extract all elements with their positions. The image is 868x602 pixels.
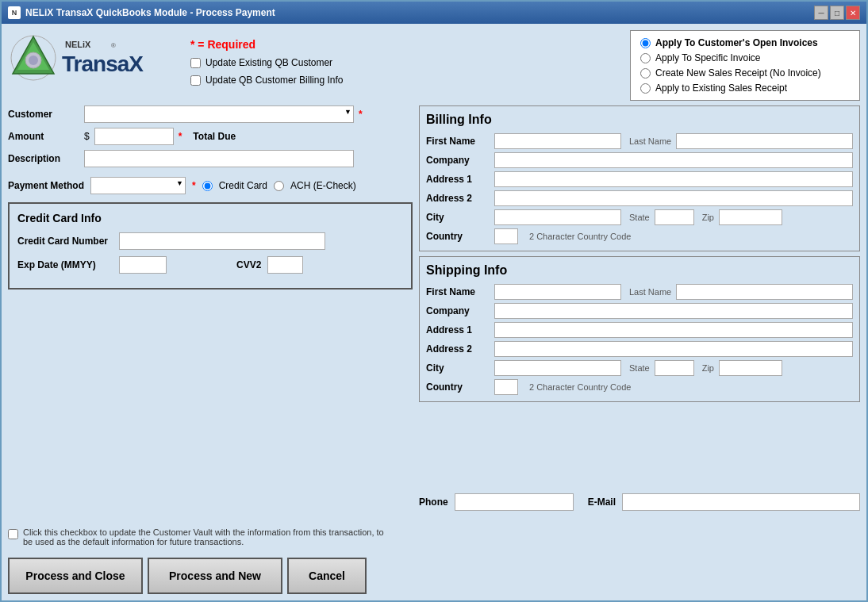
phone-input[interactable] bbox=[455, 493, 574, 511]
left-spacer bbox=[8, 294, 413, 523]
update-existing-customer-row: Update Existing QB Customer bbox=[190, 57, 332, 68]
billing-firstname-input[interactable] bbox=[494, 133, 621, 149]
billing-country-hint: 2 Character Country Code bbox=[529, 232, 631, 241]
shipping-state-input[interactable] bbox=[655, 360, 694, 376]
shipping-lastname-label: Last Name bbox=[629, 287, 671, 297]
vault-update-checkbox[interactable] bbox=[8, 529, 18, 539]
cc-number-label: Credit Card Number bbox=[17, 236, 113, 247]
radio-open-invoices[interactable] bbox=[640, 38, 651, 48]
middle-area: * = Required Update Existing QB Customer… bbox=[190, 30, 622, 86]
process-new-button[interactable]: Process and New bbox=[148, 558, 282, 594]
amount-row: Amount $ * Total Due bbox=[8, 128, 413, 145]
required-label: * = Required bbox=[190, 38, 255, 51]
billing-country-input[interactable] bbox=[494, 228, 518, 244]
shipping-address2-input[interactable] bbox=[494, 341, 853, 357]
billing-address2-row: Address 2 bbox=[426, 190, 853, 206]
billing-company-label: Company bbox=[426, 155, 490, 166]
billing-country-row: Country 2 Character Country Code bbox=[426, 228, 853, 244]
shipping-address2-row: Address 2 bbox=[426, 341, 853, 357]
maximize-button[interactable]: □ bbox=[830, 6, 844, 20]
shipping-company-row: Company bbox=[426, 303, 853, 319]
cc-number-input[interactable] bbox=[119, 232, 325, 250]
payment-method-select[interactable] bbox=[90, 177, 186, 194]
radio-open-invoices-row: Apply To Customer's Open Invoices bbox=[640, 37, 850, 48]
cc-exp-label: Exp Date (MMYY) bbox=[17, 259, 113, 270]
radio-open-invoices-label: Apply To Customer's Open Invoices bbox=[655, 37, 818, 48]
amount-input[interactable] bbox=[94, 128, 174, 145]
customer-label: Customer bbox=[8, 109, 79, 120]
billing-state-input[interactable] bbox=[655, 209, 694, 225]
payment-method-row: Payment Method * Credit Card ACH (E-Chec… bbox=[8, 177, 413, 194]
ach-radio[interactable] bbox=[274, 181, 284, 191]
amount-label: Amount bbox=[8, 131, 79, 142]
billing-lastname-input[interactable] bbox=[676, 133, 853, 149]
vault-update-label: Click this checkbox to update the Custom… bbox=[23, 527, 389, 546]
svg-point-4 bbox=[29, 56, 38, 65]
update-billing-info-row: Update QB Customer Billing Info bbox=[190, 75, 343, 86]
radio-existing-sales-receipt[interactable] bbox=[640, 83, 651, 94]
cc-exp-input[interactable] bbox=[119, 256, 167, 274]
billing-zip-input[interactable] bbox=[719, 209, 782, 225]
customer-select[interactable] bbox=[84, 105, 354, 123]
email-label: E-Mail bbox=[588, 497, 616, 508]
main-window: N NELiX TransaX QuickBooks Module - Proc… bbox=[0, 0, 868, 602]
title-controls: ─ □ ✕ bbox=[814, 6, 860, 20]
shipping-address1-input[interactable] bbox=[494, 322, 853, 338]
billing-section: Billing Info First Name Last Name Compan… bbox=[419, 105, 860, 251]
radio-specific-invoice[interactable] bbox=[640, 53, 651, 63]
close-button[interactable]: ✕ bbox=[846, 6, 860, 20]
billing-city-row: City State Zip bbox=[426, 209, 853, 225]
shipping-address1-label: Address 1 bbox=[426, 324, 490, 336]
shipping-company-input[interactable] bbox=[494, 303, 853, 319]
shipping-country-row: Country 2 Character Country Code bbox=[426, 379, 853, 395]
customer-row: Customer * bbox=[8, 105, 413, 123]
phone-label: Phone bbox=[419, 497, 448, 508]
process-close-button[interactable]: Process and Close bbox=[8, 558, 143, 594]
shipping-title: Shipping Info bbox=[426, 263, 853, 278]
minimize-button[interactable]: ─ bbox=[814, 6, 828, 20]
shipping-country-label: Country bbox=[426, 382, 490, 393]
shipping-country-input[interactable] bbox=[494, 379, 518, 395]
billing-city-input[interactable] bbox=[494, 209, 621, 225]
svg-text:TransaX: TransaX bbox=[62, 52, 144, 76]
shipping-zip-label: Zip bbox=[702, 363, 714, 373]
billing-address2-input[interactable] bbox=[494, 190, 853, 206]
billing-lastname-label: Last Name bbox=[629, 136, 671, 146]
billing-title: Billing Info bbox=[426, 113, 853, 127]
email-input[interactable] bbox=[622, 493, 860, 511]
billing-address1-input[interactable] bbox=[494, 171, 853, 187]
right-panel: Billing Info First Name Last Name Compan… bbox=[419, 105, 860, 594]
radio-new-sales-receipt[interactable] bbox=[640, 68, 651, 79]
shipping-firstname-label: First Name bbox=[426, 286, 490, 297]
action-buttons: Process and Close Process and New Cancel bbox=[8, 558, 413, 594]
update-billing-info-checkbox[interactable] bbox=[190, 75, 201, 86]
credit-card-title: Credit Card Info bbox=[17, 212, 403, 224]
credit-card-radio[interactable] bbox=[202, 181, 213, 191]
radio-new-sales-receipt-label: Create New Sales Receipt (No Invoice) bbox=[655, 67, 821, 79]
main-form-area: Customer * Amount $ * Total Due Descri bbox=[8, 105, 860, 594]
description-input[interactable] bbox=[84, 150, 354, 167]
shipping-state-label: State bbox=[629, 363, 650, 373]
cvv2-input[interactable] bbox=[267, 256, 303, 274]
svg-text:®: ® bbox=[111, 42, 116, 49]
title-bar-left: N NELiX TransaX QuickBooks Module - Proc… bbox=[8, 6, 275, 19]
shipping-lastname-input[interactable] bbox=[676, 284, 853, 300]
shipping-firstname-input[interactable] bbox=[494, 284, 621, 300]
amount-prefix: $ bbox=[84, 131, 90, 142]
shipping-zip-input[interactable] bbox=[719, 360, 782, 376]
update-existing-customer-checkbox[interactable] bbox=[190, 58, 201, 68]
customer-required-star: * bbox=[359, 109, 363, 120]
ach-radio-label: ACH (E-Check) bbox=[290, 180, 356, 191]
shipping-name-row: First Name Last Name bbox=[426, 284, 853, 300]
billing-zip-label: Zip bbox=[702, 213, 714, 222]
radio-new-sales-receipt-row: Create New Sales Receipt (No Invoice) bbox=[640, 67, 850, 79]
billing-company-input[interactable] bbox=[494, 152, 853, 168]
shipping-city-input[interactable] bbox=[494, 360, 621, 376]
left-panel: Customer * Amount $ * Total Due Descri bbox=[8, 105, 413, 594]
cancel-button[interactable]: Cancel bbox=[287, 558, 367, 594]
billing-address1-label: Address 1 bbox=[426, 174, 490, 185]
billing-country-label: Country bbox=[426, 231, 490, 242]
customer-select-wrapper bbox=[84, 105, 354, 123]
update-existing-customer-label: Update Existing QB Customer bbox=[205, 57, 332, 68]
total-due-label: Total Due bbox=[193, 131, 236, 142]
